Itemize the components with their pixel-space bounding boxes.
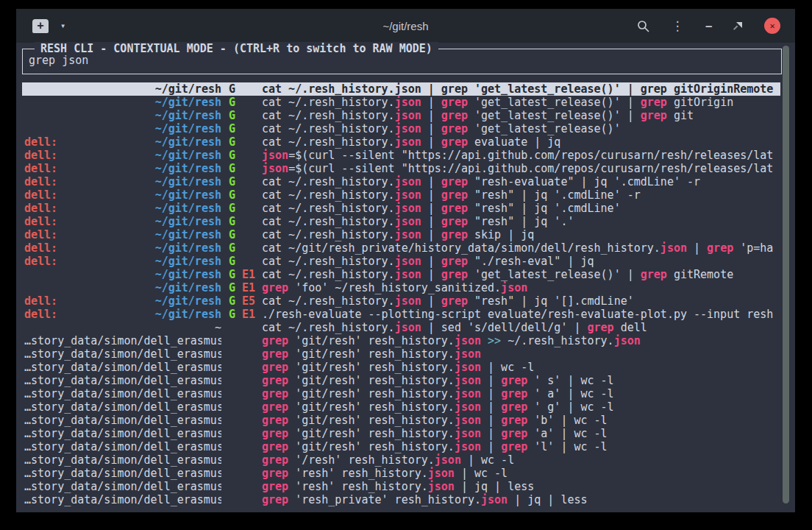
row-left-columns: …story_data/simon/dell_erasmus: [24, 493, 221, 506]
close-icon[interactable]: ✕: [764, 18, 780, 34]
match-highlight: grep: [441, 294, 468, 308]
match-highlight: grep: [441, 188, 468, 202]
exit-code-flag: E5: [235, 294, 255, 308]
command-text: grep 'resh' resh_history.json | jq | les…: [255, 480, 780, 493]
match-highlight: grep: [501, 387, 527, 400]
status-flags: G: [221, 96, 255, 109]
history-row[interactable]: dell:~/git/reshGcat ~/.resh_history.json…: [22, 228, 780, 241]
row-left-columns: …story_data/simon/dell_erasmus: [24, 414, 221, 427]
history-row[interactable]: dell:~/git/reshGcat ~/.resh_history.json…: [22, 175, 780, 188]
path-label: ~/git/resh: [155, 149, 221, 162]
match-highlight: grep: [262, 467, 288, 480]
history-row[interactable]: …story_data/simon/dell_erasmusgrep 'resh…: [22, 493, 780, 506]
history-row[interactable]: dell:~/git/reshGcat ~/.resh_history.json…: [22, 202, 780, 215]
match-highlight: grep: [441, 96, 468, 109]
resh-mode-title: RESH CLI - CONTEXTUAL MODE - (CTRL+R to …: [35, 42, 438, 55]
history-row[interactable]: …story_data/simon/dell_erasmusgrep 'git/…: [22, 440, 780, 453]
command-text: cat ~/.resh_history.json | grep "resh" |…: [255, 215, 780, 228]
command-text: grep 'git/resh' resh_history.json: [255, 347, 780, 361]
match-highlight: json: [262, 149, 288, 162]
restore-icon[interactable]: [734, 22, 742, 30]
scrollbar[interactable]: [783, 46, 789, 504]
match-highlight: grep: [262, 374, 288, 387]
history-row[interactable]: …story_data/simon/dell_erasmusgrep 'git/…: [22, 334, 780, 347]
history-row[interactable]: dell:~/git/reshGcat ~/.resh_history.json…: [22, 255, 780, 268]
path-label: ~/git/resh: [155, 109, 221, 122]
command-text: json=$(curl --silent "https://api.github…: [255, 149, 780, 162]
status-flags: [221, 467, 255, 480]
status-flags: [221, 440, 255, 453]
history-row[interactable]: ~cat ~/.resh_history.json | sed 's/dell/…: [22, 321, 780, 334]
match-highlight: json: [455, 427, 481, 440]
status-flags: G: [221, 228, 255, 241]
match-highlight: grep: [501, 427, 527, 440]
row-left-columns: dell:~/git/resh: [24, 308, 221, 321]
row-left-columns: …story_data/simon/dell_erasmus: [24, 440, 221, 453]
history-row[interactable]: …story_data/simon/dell_erasmusgrep 'git/…: [22, 374, 780, 387]
search-icon[interactable]: [637, 20, 649, 32]
history-row[interactable]: dell:~/git/reshGcat ~/git/resh_private/h…: [22, 241, 780, 255]
history-row[interactable]: dell:~/git/reshGcat ~/.resh_history.json…: [22, 135, 780, 149]
history-row[interactable]: ~/git/reshGcat ~/.resh_history.json | gr…: [22, 109, 780, 122]
history-row[interactable]: dell:~/git/reshGcat ~/.resh_history.json…: [22, 215, 780, 228]
host-label: dell:: [24, 135, 57, 149]
history-row[interactable]: ~/git/reshG E1cat ~/.resh_history.json |…: [22, 268, 780, 281]
status-flags: [221, 427, 255, 440]
history-row[interactable]: ~/git/reshG E1grep 'foo' ~/resh_history_…: [22, 281, 780, 294]
history-row[interactable]: dell:~/git/reshG E5cat ~/.resh_history.j…: [22, 294, 780, 308]
host-label: dell:: [24, 241, 57, 255]
status-flags: [221, 347, 255, 361]
path-label: …story_data/simon/dell_erasmus: [24, 414, 221, 427]
path-label: ~: [215, 321, 221, 334]
status-flags: [221, 321, 255, 334]
match-highlight: json: [395, 96, 421, 109]
history-row[interactable]: dell:~/git/reshG E1./resh-evaluate --plo…: [22, 308, 780, 321]
status-flags: [221, 334, 255, 347]
history-row[interactable]: …story_data/simon/dell_erasmusgrep 'git/…: [22, 414, 780, 427]
command-text: grep 'git/resh' resh_history.json | grep…: [255, 440, 780, 453]
match-highlight: grep: [641, 268, 667, 281]
git-flag: G: [229, 281, 235, 294]
history-row[interactable]: dell:~/git/reshGjson=$(curl --silent "ht…: [22, 149, 780, 162]
path-label: ~/git/resh: [155, 215, 221, 228]
history-row[interactable]: ~/git/reshGcat ~/.resh_history.json | gr…: [22, 82, 780, 96]
status-flags: [221, 493, 255, 506]
git-flag: G: [229, 294, 235, 308]
history-row[interactable]: …story_data/simon/dell_erasmusgrep 'resh…: [22, 467, 780, 480]
match-highlight: grep: [441, 122, 468, 135]
history-row[interactable]: dell:~/git/reshGjson=$(curl --silent "ht…: [22, 162, 780, 175]
match-highlight: json: [455, 347, 481, 361]
new-tab-button[interactable]: +: [32, 19, 49, 33]
history-row[interactable]: …story_data/simon/dell_erasmusgrep 'git/…: [22, 400, 780, 414]
chevron-down-icon[interactable]: ▾: [60, 21, 65, 30]
history-row[interactable]: …story_data/simon/dell_erasmusgrep 'git/…: [22, 387, 780, 400]
match-highlight: json: [395, 175, 421, 188]
path-label: …story_data/simon/dell_erasmus: [24, 427, 221, 440]
host-label: dell:: [24, 255, 57, 268]
status-flags: [221, 361, 255, 374]
git-flag: G: [229, 149, 235, 162]
path-label: …story_data/simon/dell_erasmus: [24, 480, 221, 493]
row-left-columns: …story_data/simon/dell_erasmus: [24, 387, 221, 400]
path-label: …story_data/simon/dell_erasmus: [24, 467, 221, 480]
command-text: grep 'git/resh' resh_history.json | grep…: [255, 374, 780, 387]
terminal-content: RESH CLI - CONTEXTUAL MODE - (CTRL+R to …: [16, 43, 795, 512]
path-label: …story_data/simon/dell_erasmus: [24, 347, 221, 361]
history-row[interactable]: ~/git/reshGcat ~/.resh_history.json | gr…: [22, 122, 780, 135]
minimize-icon[interactable]: –: [706, 20, 712, 32]
row-left-columns: dell:~/git/resh: [24, 255, 221, 268]
history-row[interactable]: dell:~/git/reshGcat ~/.resh_history.json…: [22, 188, 780, 202]
host-label: dell:: [24, 294, 57, 308]
history-row[interactable]: …story_data/simon/dell_erasmusgrep 'resh…: [22, 480, 780, 493]
status-flags: G E5: [221, 294, 255, 308]
history-row[interactable]: ~/git/reshGcat ~/.resh_history.json | gr…: [22, 96, 780, 109]
match-highlight: json: [455, 400, 481, 414]
history-row[interactable]: …story_data/simon/dell_erasmusgrep 'git/…: [22, 347, 780, 361]
menu-kebab-icon[interactable]: ⋮: [672, 18, 684, 33]
match-highlight: json: [395, 321, 421, 334]
history-row[interactable]: …story_data/simon/dell_erasmusgrep 'git/…: [22, 427, 780, 440]
match-highlight: grep: [441, 109, 468, 122]
git-flag: G: [229, 162, 235, 175]
history-row[interactable]: …story_data/simon/dell_erasmusgrep 'git/…: [22, 361, 780, 374]
history-row[interactable]: …story_data/simon/dell_erasmusgrep '/res…: [22, 453, 780, 467]
